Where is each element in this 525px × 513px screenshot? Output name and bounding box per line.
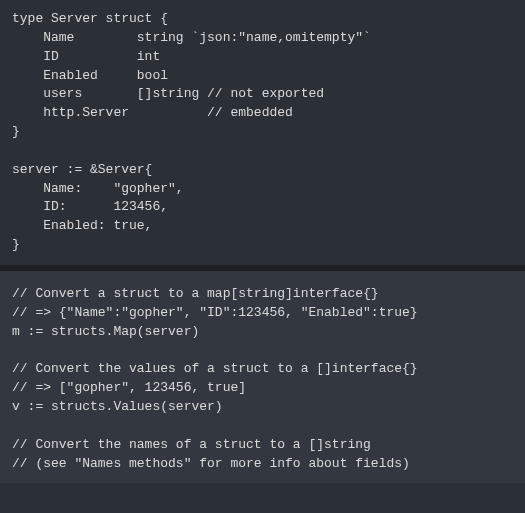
code-block-bottom: // Convert a struct to a map[string]inte… (0, 271, 525, 483)
code-block-top: type Server struct { Name string `json:"… (0, 0, 525, 265)
code-text-bottom: // Convert a struct to a map[string]inte… (12, 285, 513, 473)
code-text-top: type Server struct { Name string `json:"… (12, 10, 513, 255)
